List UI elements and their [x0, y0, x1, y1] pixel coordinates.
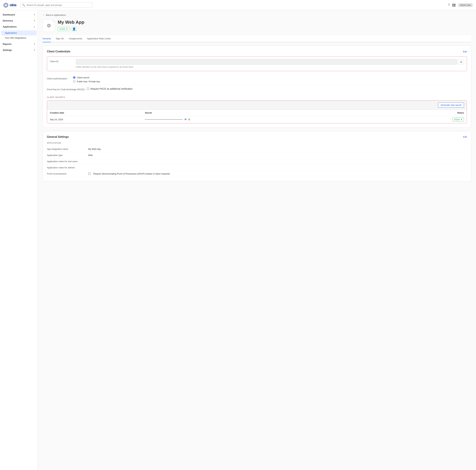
svg-line-5 — [5, 4, 5, 5]
sidebar-item-oin-integrations[interactable]: Your OIN Integrations — [0, 35, 38, 40]
search-input[interactable] — [20, 2, 93, 8]
app-badges: Active ▼ 👤 — [58, 26, 84, 32]
applications-sub-menu: Applications Your OIN Integrations — [0, 30, 38, 41]
pkce-label: Proof Key for Code Exchange (PKCE) — [47, 87, 85, 91]
app-title-row: ⚙ ✎ My Web App Active ▼ 👤 — [43, 19, 471, 32]
apps-grid-icon[interactable] — [452, 4, 456, 6]
client-id-masked: ⧉ — [76, 59, 464, 65]
app-header-bar: okta 🔍 ? Admin User — [0, 0, 476, 10]
secret-active-badge[interactable]: Active ▼ — [452, 118, 464, 121]
sidebar-item-reports[interactable]: Reports ▾ — [0, 41, 38, 47]
sidebar-dashboard-label: Dashboard — [3, 13, 15, 16]
tab-general[interactable]: General — [43, 35, 51, 42]
settings-val-possession: Require Demonstrating Proof of Possessio… — [88, 172, 467, 175]
pkce-option-row: Require PKCE as additional verification — [87, 87, 133, 90]
secrets-table: Creation date Secret Status Sep 16, 2024… — [47, 110, 467, 123]
client-credentials-header: Client Credentials Edit — [47, 50, 467, 53]
svg-line-7 — [7, 4, 7, 5]
search-icon: 🔍 — [22, 4, 25, 6]
active-label: Active — [60, 28, 65, 30]
auth-option-client-secret[interactable]: Client secret — [73, 76, 100, 79]
header-right: ? Admin User — [448, 3, 473, 7]
tab-sign-on[interactable]: Sign On — [56, 35, 64, 42]
secret-actions: ••••••••••••••••••••••••••••••••••••••••… — [145, 118, 383, 121]
dropdown-arrow-icon: ▼ — [66, 28, 68, 30]
sidebar-settings-label: Settings — [3, 49, 12, 51]
client-id-label: Client ID — [50, 59, 74, 63]
settings-val-type: Web — [88, 154, 467, 156]
table-row: Sep 16, 2024 •••••••••••••••••••••••••••… — [47, 116, 467, 123]
auth-options: Client secret Public key / Private key — [73, 76, 100, 83]
secret-status-cell: Active ▼ — [385, 116, 467, 123]
app-icon-box: ⚙ ✎ — [43, 19, 55, 32]
possession-label: Require Demonstrating Proof of Possessio… — [93, 172, 170, 175]
settings-val-name: My Web App — [88, 148, 467, 150]
client-credentials-card: Client Credentials Edit Client ID ⧉ Publ… — [43, 46, 471, 128]
client-credentials-edit-button[interactable]: Edit — [463, 50, 467, 53]
col-creation-date: Creation date — [47, 110, 142, 116]
sidebar-directory-label: Directory — [3, 19, 13, 22]
chevron-down-icon: ▾ — [34, 20, 35, 22]
general-settings-title: General Settings — [47, 135, 69, 138]
tab-bar: General Sign On Assignments Application … — [43, 35, 471, 42]
app-section-label: APPLICATION — [47, 142, 467, 144]
settings-row-name: App integration name My Web App — [47, 146, 467, 152]
possession-checkbox[interactable] — [88, 172, 91, 175]
main-layout: Dashboard ▾ Directory ▾ Applications ▴ A… — [0, 10, 476, 470]
radio-client-secret[interactable] — [73, 76, 75, 79]
general-settings-card: General Settings Edit APPLICATION App in… — [43, 131, 471, 181]
secret-reveal-button[interactable]: 👁 — [184, 118, 187, 121]
logo: okta — [3, 3, 16, 8]
pkce-row: Proof Key for Code Exchange (PKCE) Requi… — [47, 85, 467, 93]
general-settings-edit-button[interactable]: Edit — [463, 135, 467, 138]
sidebar-item-directory[interactable]: Directory ▾ — [0, 18, 38, 24]
tab-assignments[interactable]: Assignments — [69, 35, 82, 42]
sidebar-item-applications-sub[interactable]: Applications — [1, 30, 37, 35]
pkce-option-label: Require PKCE as additional verification — [91, 87, 133, 90]
client-id-value: ⧉ Public identifier for the client that … — [76, 59, 464, 68]
settings-key-notes-admins: Application notes for admins — [47, 166, 88, 169]
generate-new-secret-button[interactable]: Generate new secret — [438, 102, 464, 108]
sidebar-applications-label: Applications — [3, 25, 17, 28]
settings-row-possession: Proof of possession Require Demonstratin… — [47, 171, 467, 177]
back-link[interactable]: ← Back to Applications — [43, 14, 471, 16]
app-action-icon-button[interactable]: 👤 — [71, 26, 77, 32]
client-auth-label: Client authentication — [47, 76, 71, 80]
client-secrets-box: Generate new secret Creation date Secret… — [47, 100, 467, 123]
main-content: ← Back to Applications ⚙ ✎ My Web App Ac… — [38, 10, 476, 470]
svg-line-8 — [5, 6, 5, 6]
settings-row-notes-admins: Application notes for admins — [47, 165, 467, 171]
chevron-down-icon: ▾ — [34, 43, 35, 45]
tab-rate-limits[interactable]: Application Rate Limits — [87, 35, 110, 42]
sidebar-item-settings[interactable]: Settings ▾ — [0, 47, 38, 53]
auth-option-1-label: Client secret — [77, 76, 89, 79]
auth-option-public-key[interactable]: Public key / Private key — [73, 80, 100, 83]
client-id-copy-button[interactable]: ⧉ — [459, 59, 464, 65]
active-status-button[interactable]: Active ▼ — [58, 27, 70, 31]
app-title: My Web App — [58, 20, 84, 25]
back-arrow-icon: ← — [43, 14, 45, 16]
help-icon[interactable]: ? — [448, 3, 450, 7]
chevron-up-icon: ▴ — [34, 26, 35, 28]
gear-icon: ⚙ — [47, 23, 51, 29]
sidebar-item-applications[interactable]: Applications ▴ — [0, 24, 38, 30]
client-id-row: Client ID ⧉ Public identifier for the cl… — [50, 59, 464, 68]
client-credentials-title: Client Credentials — [47, 50, 70, 53]
secrets-table-body: Sep 16, 2024 •••••••••••••••••••••••••••… — [47, 116, 467, 123]
sidebar-item-dashboard[interactable]: Dashboard ▾ — [0, 12, 38, 18]
pkce-checkbox[interactable] — [87, 88, 89, 90]
client-secrets-section-label: CLIENT SECRETS — [47, 96, 467, 98]
secret-value-cell: ••••••••••••••••••••••••••••••••••••••••… — [142, 116, 385, 123]
search-bar[interactable]: 🔍 — [20, 2, 93, 8]
general-settings-header: General Settings Edit — [47, 135, 467, 138]
radio-public-key[interactable] — [73, 80, 75, 83]
secret-copy-button[interactable]: ⧉ — [188, 118, 190, 121]
client-auth-row: Client authentication Client secret Publ… — [47, 74, 467, 85]
settings-key-possession: Proof of possession — [47, 172, 88, 175]
user-badge[interactable]: Admin User — [458, 3, 473, 7]
chevron-down-icon: ▾ — [34, 49, 35, 51]
back-link-label: Back to Applications — [46, 14, 66, 16]
sidebar-reports-label: Reports — [3, 43, 12, 45]
secrets-toolbar: Generate new secret — [47, 101, 467, 110]
settings-row-type: Application type Web — [47, 152, 467, 158]
